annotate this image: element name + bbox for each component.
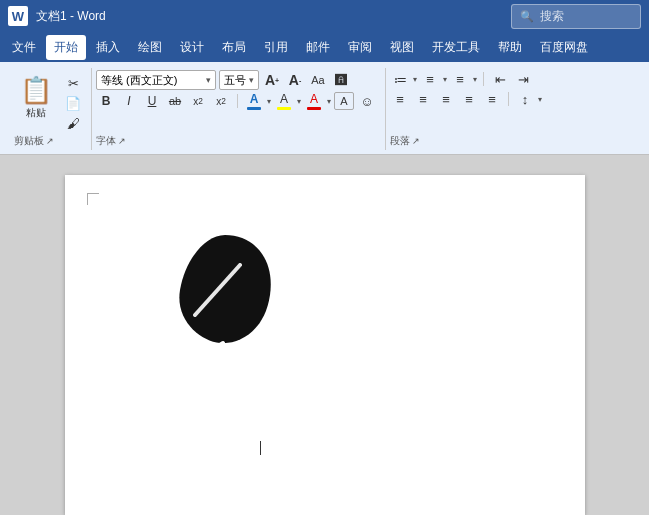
clipboard-label: 剪贴板 ↗ — [14, 132, 85, 148]
font-size-select[interactable]: 五号 ▾ — [219, 70, 259, 90]
format-painter-button[interactable]: 🖌 — [61, 114, 85, 132]
paste-label: 粘贴 — [26, 106, 46, 120]
document-area — [0, 155, 649, 515]
font-content: 等线 (西文正文) ▾ 五号 ▾ A+ A- Aa 🅰 B I U — [96, 70, 377, 132]
title-bar-left: W 文档1 - Word — [8, 6, 106, 26]
line-spacing-arrow[interactable]: ▾ — [538, 95, 542, 104]
clear-format-button[interactable]: 🅰 — [331, 71, 351, 89]
word-app-icon: W — [8, 6, 28, 26]
search-icon: 🔍 — [520, 10, 534, 23]
case-button[interactable]: Aa — [308, 71, 328, 89]
font-color2-button[interactable]: A — [304, 92, 324, 110]
menu-design[interactable]: 设计 — [172, 35, 212, 60]
separator2 — [483, 72, 484, 86]
decrease-indent-button[interactable]: ⇤ — [490, 70, 510, 88]
title-bar: W 文档1 - Word 🔍 搜索 — [0, 0, 649, 32]
align-left-button[interactable]: ≡ — [390, 90, 410, 108]
paragraph-label: 段落 ↗ — [390, 132, 542, 148]
font-row2: B I U ab x2 x2 A ▾ A ▾ — [96, 92, 377, 110]
menu-mailings[interactable]: 邮件 — [298, 35, 338, 60]
paste-button[interactable]: 📋 粘贴 — [14, 70, 58, 124]
window-title: 文档1 - Word — [36, 8, 106, 25]
align-center-button[interactable]: ≡ — [413, 90, 433, 108]
superscript-button[interactable]: x2 — [211, 92, 231, 110]
paragraph-content: ≔ ▾ ≡ ▾ ≡ ▾ ⇤ ⇥ ≡ ≡ ≡ ≡ ≡ — [390, 70, 542, 132]
ribbon-body: 📋 粘贴 ✂ 📄 🖌 剪贴板 ↗ — [6, 66, 643, 152]
highlight-button[interactable]: A — [274, 92, 294, 110]
highlight-arrow[interactable]: ▾ — [297, 97, 301, 106]
clipboard-content: 📋 粘贴 ✂ 📄 🖌 — [14, 70, 85, 132]
page-corner — [87, 193, 99, 205]
clipboard-expand-icon[interactable]: ↗ — [46, 136, 54, 146]
increase-indent-button[interactable]: ⇥ — [513, 70, 533, 88]
font-color2-arrow[interactable]: ▾ — [327, 97, 331, 106]
bullets-arrow[interactable]: ▾ — [413, 75, 417, 84]
numbering-arrow[interactable]: ▾ — [443, 75, 447, 84]
separator — [237, 94, 238, 108]
justify-button[interactable]: ≡ — [459, 90, 479, 108]
paragraph-expand-icon[interactable]: ↗ — [412, 136, 420, 146]
text-cursor — [260, 441, 261, 455]
font-icon-button[interactable]: A — [334, 92, 354, 110]
bold-button[interactable]: B — [96, 92, 116, 110]
font-shrink-button[interactable]: A- — [285, 71, 305, 89]
font-color-arrow[interactable]: ▾ — [267, 97, 271, 106]
font-name-arrow: ▾ — [206, 75, 211, 85]
italic-button[interactable]: I — [119, 92, 139, 110]
font-grow-button[interactable]: A+ — [262, 71, 282, 89]
document-page[interactable] — [65, 175, 585, 515]
menu-baidu[interactable]: 百度网盘 — [532, 35, 596, 60]
menu-references[interactable]: 引用 — [256, 35, 296, 60]
font-section: 等线 (西文正文) ▾ 五号 ▾ A+ A- Aa 🅰 B I U — [92, 68, 386, 150]
paragraph-section: ≔ ▾ ≡ ▾ ≡ ▾ ⇤ ⇥ ≡ ≡ ≡ ≡ ≡ — [386, 68, 550, 150]
clipboard-section: 📋 粘贴 ✂ 📄 🖌 剪贴板 ↗ — [10, 68, 92, 150]
para-row1: ≔ ▾ ≡ ▾ ≡ ▾ ⇤ ⇥ — [390, 70, 533, 88]
line-spacing-button[interactable]: ↕ — [515, 90, 535, 108]
separator3 — [508, 92, 509, 106]
cut-button[interactable]: ✂ — [61, 74, 85, 92]
svg-line-0 — [195, 343, 223, 355]
menu-draw[interactable]: 绘图 — [130, 35, 170, 60]
emoji-button[interactable]: ☺ — [357, 92, 377, 110]
underline-button[interactable]: U — [142, 92, 162, 110]
menu-layout[interactable]: 布局 — [214, 35, 254, 60]
menu-help[interactable]: 帮助 — [490, 35, 530, 60]
font-name-select[interactable]: 等线 (西文正文) ▾ — [96, 70, 216, 90]
subscript-button[interactable]: x2 — [188, 92, 208, 110]
align-right-button[interactable]: ≡ — [436, 90, 456, 108]
bullets-button[interactable]: ≔ — [390, 70, 410, 88]
multilevel-button[interactable]: ≡ — [450, 70, 470, 88]
menu-view[interactable]: 视图 — [382, 35, 422, 60]
distributed-button[interactable]: ≡ — [482, 90, 502, 108]
leaf-illustration — [165, 225, 285, 359]
search-box[interactable]: 🔍 搜索 — [511, 4, 641, 29]
menu-file[interactable]: 文件 — [4, 35, 44, 60]
menu-home[interactable]: 开始 — [46, 35, 86, 60]
font-color-button[interactable]: A — [244, 92, 264, 110]
font-size-value: 五号 — [224, 73, 246, 88]
paste-icon: 📋 — [20, 74, 52, 106]
font-name-value: 等线 (西文正文) — [101, 73, 177, 88]
menu-developer[interactable]: 开发工具 — [424, 35, 488, 60]
font-expand-icon[interactable]: ↗ — [118, 136, 126, 146]
search-placeholder: 搜索 — [540, 8, 564, 25]
copy-button[interactable]: 📄 — [61, 94, 85, 112]
para-row2: ≡ ≡ ≡ ≡ ≡ ↕ ▾ — [390, 90, 542, 108]
numbering-button[interactable]: ≡ — [420, 70, 440, 88]
ribbon: 📋 粘贴 ✂ 📄 🖌 剪贴板 ↗ — [0, 62, 649, 155]
font-label: 字体 ↗ — [96, 132, 377, 148]
strikethrough-button[interactable]: ab — [165, 92, 185, 110]
menu-bar: 文件 开始 插入 绘图 设计 布局 引用 邮件 审阅 视图 开发工具 帮助 百度… — [0, 32, 649, 62]
menu-insert[interactable]: 插入 — [88, 35, 128, 60]
multilevel-arrow[interactable]: ▾ — [473, 75, 477, 84]
menu-review[interactable]: 审阅 — [340, 35, 380, 60]
font-size-arrow: ▾ — [249, 75, 254, 85]
font-row1: 等线 (西文正文) ▾ 五号 ▾ A+ A- Aa 🅰 — [96, 70, 351, 90]
